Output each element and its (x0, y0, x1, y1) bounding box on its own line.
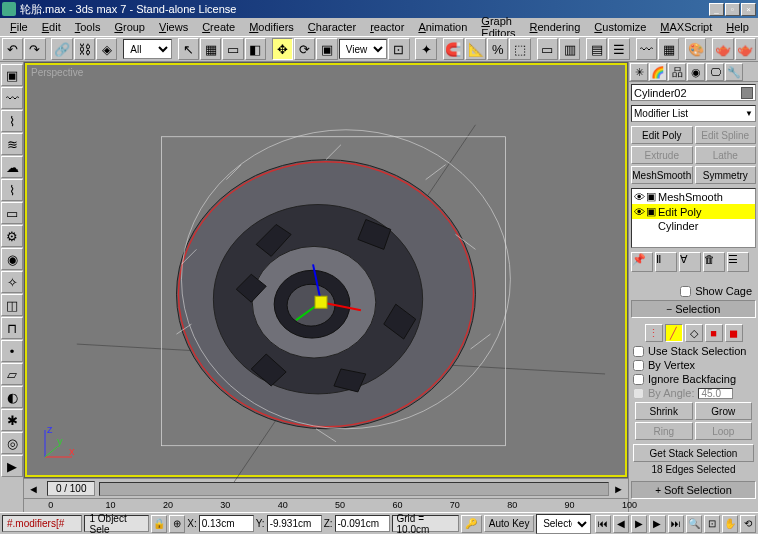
maxscript-listener[interactable]: #.modifiers[# (2, 515, 82, 532)
named-sel-button[interactable]: ▭ (537, 38, 558, 60)
show-cage-checkbox[interactable] (680, 286, 691, 297)
lathe-button[interactable]: Lathe (695, 146, 757, 164)
utilities-tab[interactable]: 🔧 (725, 63, 743, 81)
polygon-subobj-icon[interactable]: ■ (705, 324, 723, 342)
reactor-toy-icon[interactable]: ◉ (1, 248, 23, 270)
minimize-button[interactable]: _ (709, 3, 724, 16)
scale-button[interactable]: ▣ (316, 38, 337, 60)
remove-modifier-button[interactable]: 🗑 (703, 252, 725, 272)
unlink-button[interactable]: ⛓ (74, 38, 95, 60)
reactor-fracture-icon[interactable]: ✧ (1, 271, 23, 293)
select-button[interactable]: ↖ (178, 38, 199, 60)
align-button[interactable]: ▤ (586, 38, 607, 60)
hierarchy-tab[interactable]: 品 (668, 63, 686, 81)
menu-group[interactable]: Group (108, 20, 151, 34)
schematic-button[interactable]: ▦ (658, 38, 679, 60)
reactor-analyze-icon[interactable]: ◎ (1, 432, 23, 454)
reactor-preview-icon[interactable]: ▶ (1, 455, 23, 477)
goto-end-button[interactable]: ⏭ (668, 515, 684, 533)
menu-rendering[interactable]: Rendering (524, 20, 587, 34)
make-unique-button[interactable]: ∀ (679, 252, 701, 272)
menu-maxscript[interactable]: MAXScript (654, 20, 718, 34)
reactor-rigid-icon[interactable]: ◫ (1, 294, 23, 316)
reactor-motor-icon[interactable]: ⚙ (1, 225, 23, 247)
reactor-plane-icon[interactable]: ▭ (1, 202, 23, 224)
spinner-snap[interactable]: ⬚ (509, 38, 530, 60)
viewport-perspective[interactable]: Perspective (25, 63, 627, 477)
by-angle-checkbox[interactable] (633, 388, 644, 399)
zoom-all-button[interactable]: ⊡ (704, 515, 720, 533)
menu-edit[interactable]: Edit (36, 20, 67, 34)
menu-views[interactable]: Views (153, 20, 194, 34)
undo-button[interactable]: ↶ (2, 38, 23, 60)
ref-coord-dropdown[interactable]: View (339, 39, 388, 59)
menu-animation[interactable]: Animation (412, 20, 473, 34)
reactor-wind-icon[interactable]: ☁ (1, 156, 23, 178)
layers-button[interactable]: ☰ (608, 38, 629, 60)
edit-poly-button[interactable]: Edit Poly (631, 126, 693, 144)
extrude-button[interactable]: Extrude (631, 146, 693, 164)
select-rect-button[interactable]: ▭ (222, 38, 243, 60)
move-button[interactable]: ✥ (272, 38, 293, 60)
reactor-prism-icon[interactable]: ▱ (1, 363, 23, 385)
manipulate-button[interactable]: ✦ (415, 38, 436, 60)
close-button[interactable]: × (741, 3, 756, 16)
reactor-hinge-icon[interactable]: ⊓ (1, 317, 23, 339)
modifier-list-dropdown[interactable]: Modifier List (631, 105, 756, 122)
time-slider[interactable]: ◄ 0 / 100 ► (24, 478, 628, 498)
menu-help[interactable]: Help (720, 20, 755, 34)
rotate-button[interactable]: ⟳ (294, 38, 315, 60)
maximize-button[interactable]: ▫ (725, 3, 740, 16)
object-name-field[interactable]: Cylinder02 (631, 84, 756, 101)
arc-rotate-button[interactable]: ⟲ (740, 515, 756, 533)
material-editor-button[interactable]: 🎨 (685, 38, 706, 60)
grow-button[interactable]: Grow (695, 402, 753, 420)
soft-selection-rollout-header[interactable]: + Soft Selection (631, 481, 756, 499)
goto-start-button[interactable]: ⏮ (595, 515, 611, 533)
get-stack-selection-button[interactable]: Get Stack Selection (633, 444, 754, 462)
display-tab[interactable]: 🖵 (706, 63, 724, 81)
menu-reactor[interactable]: reactor (364, 20, 410, 34)
edit-spline-button[interactable]: Edit Spline (695, 126, 757, 144)
prev-frame-button[interactable]: ◀ (613, 515, 629, 533)
pin-stack-button[interactable]: 📌 (631, 252, 653, 272)
z-coord-field[interactable] (335, 515, 390, 532)
mirror-button[interactable]: ▥ (559, 38, 580, 60)
stack-item[interactable]: 👁▣Edit Poly (632, 204, 755, 219)
create-tab[interactable]: ✳ (630, 63, 648, 81)
symmetry-button[interactable]: Symmetry (695, 166, 757, 184)
zoom-button[interactable]: 🔍 (686, 515, 702, 533)
by-angle-spinner[interactable] (698, 388, 733, 399)
angle-snap[interactable]: 📐 (465, 38, 486, 60)
stack-item[interactable]: 👁▣MeshSmooth (632, 189, 755, 204)
show-end-result-button[interactable]: Ⅱ (655, 252, 677, 272)
y-coord-field[interactable] (267, 515, 322, 532)
vertex-subobj-icon[interactable]: ⋮ (645, 324, 663, 342)
pan-button[interactable]: ✋ (722, 515, 738, 533)
menu-file[interactable]: File (4, 20, 34, 34)
x-coord-field[interactable] (199, 515, 254, 532)
motion-tab[interactable]: ◉ (687, 63, 705, 81)
modify-tab[interactable]: 🌈 (649, 63, 667, 81)
render-scene-button[interactable]: 🫖 (712, 38, 733, 60)
link-button[interactable]: 🔗 (51, 38, 72, 60)
quick-render-button[interactable]: 🫖 (735, 38, 756, 60)
pivot-button[interactable]: ⊡ (388, 38, 409, 60)
redo-button[interactable]: ↷ (24, 38, 45, 60)
tab-panel-icon[interactable]: ▣ (1, 64, 23, 86)
selection-filter[interactable]: All (123, 39, 172, 59)
menu-modifiers[interactable]: Modifiers (243, 20, 300, 34)
by-vertex-checkbox[interactable] (633, 360, 644, 371)
percent-snap[interactable]: % (487, 38, 508, 60)
time-tag-icon[interactable]: 🔑 (461, 515, 482, 533)
selection-rollout-header[interactable]: − Selection (631, 300, 756, 318)
loop-button[interactable]: Loop (695, 422, 753, 440)
select-name-button[interactable]: ▦ (200, 38, 221, 60)
window-crossing-button[interactable]: ◧ (245, 38, 266, 60)
reactor-cloth-icon[interactable]: 〰 (1, 87, 23, 109)
reactor-spring-icon[interactable]: ⌇ (1, 179, 23, 201)
use-stack-selection-checkbox[interactable] (633, 346, 644, 357)
time-slider-track[interactable] (99, 482, 609, 496)
snap-toggle[interactable]: 🧲 (443, 38, 464, 60)
ignore-backfacing-checkbox[interactable] (633, 374, 644, 385)
